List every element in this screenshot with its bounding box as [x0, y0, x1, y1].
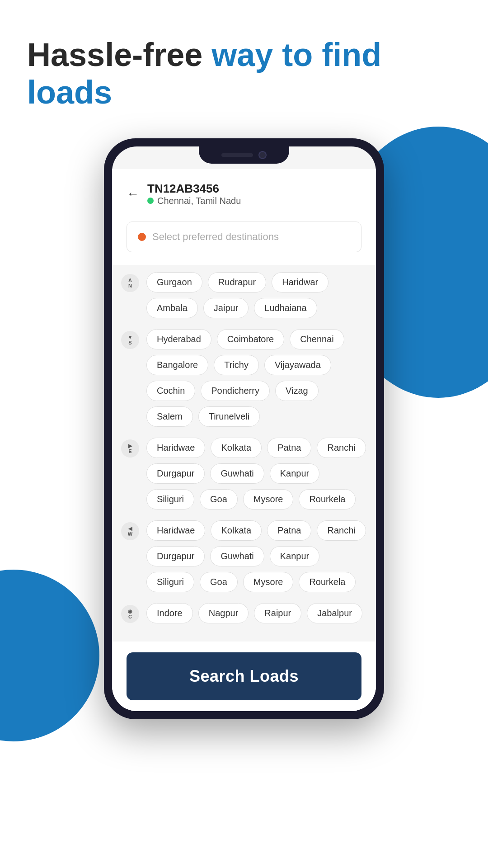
location-dot [147, 198, 154, 204]
notch-speaker [221, 153, 253, 157]
direction-icon-north: AN [121, 274, 139, 292]
direction-icon-east: ▶E [121, 439, 139, 458]
tag-haridwar[interactable]: Haridwar [272, 272, 328, 292]
tag-vizag[interactable]: Vizag [275, 381, 319, 401]
tag-nagpur[interactable]: Nagpur [198, 603, 249, 623]
direction-section-east: ▶EHaridwaeKolkataPatnaRanchiDurgapurGuwh… [121, 438, 367, 509]
tag-coimbatore[interactable]: Coimbatore [217, 329, 284, 349]
headline: Hassle-free way to find loads [27, 36, 461, 111]
tags-container-east: HaridwaeKolkataPatnaRanchiDurgapurGuwhat… [146, 438, 367, 509]
tag-patna[interactable]: Patna [267, 438, 311, 458]
tag-chennai[interactable]: Chennai [290, 329, 344, 349]
tag-ranchi[interactable]: Ranchi [317, 438, 366, 458]
direction-section-west: ◀WHaridwaeKolkataPatnaRanchiDurgapurGuwh… [121, 520, 367, 592]
vehicle-location: Chennai, Tamil Nadu [147, 196, 241, 206]
tag-haridwae[interactable]: Haridwae [146, 438, 205, 458]
direction-icon-central: ◉C [121, 605, 139, 623]
direction-header-north: ANGurgaonRudrapurHaridwarAmbalaJaipurLud… [121, 272, 367, 318]
tag-hyderabad[interactable]: Hyderabad [146, 329, 211, 349]
tag-gurgaon[interactable]: Gurgaon [146, 272, 202, 292]
tag-cochin[interactable]: Cochin [146, 381, 195, 401]
tag-patna[interactable]: Patna [267, 520, 311, 541]
search-loads-button[interactable]: Search Loads [127, 652, 361, 700]
direction-header-south: ▼SHyderabadCoimbatoreChennaiBangaloreTri… [121, 329, 367, 427]
vehicle-number: TN12AB3456 [147, 182, 241, 196]
tag-indore[interactable]: Indore [146, 603, 193, 623]
tag-vijayawada[interactable]: Vijayawada [264, 355, 331, 375]
vehicle-location-text: Chennai, Tamil Nadu [157, 196, 241, 206]
tag-rourkela[interactable]: Rourkela [299, 489, 356, 509]
tags-container-north: GurgaonRudrapurHaridwarAmbalaJaipurLudha… [146, 272, 367, 318]
tag-pondicherry[interactable]: Pondicherry [201, 381, 270, 401]
tag-durgapur[interactable]: Durgapur [146, 546, 205, 566]
direction-section-central: ◉CIndoreNagpurRaipurJabalpur [121, 603, 367, 623]
back-button[interactable]: ← [127, 187, 139, 201]
direction-icon-west: ◀W [121, 522, 139, 540]
tag-ranchi[interactable]: Ranchi [317, 520, 366, 541]
tag-raipur[interactable]: Raipur [254, 603, 301, 623]
tag-ambala[interactable]: Ambala [146, 298, 198, 318]
tag-rudrapur[interactable]: Rudrapur [208, 272, 266, 292]
tag-goa[interactable]: Goa [200, 572, 238, 592]
tag-bangalore[interactable]: Bangalore [146, 355, 208, 375]
direction-header-east: ▶EHaridwaeKolkataPatnaRanchiDurgapurGuwh… [121, 438, 367, 509]
tag-jaipur[interactable]: Jaipur [203, 298, 249, 318]
destinations-list: ANGurgaonRudrapurHaridwarAmbalaJaipurLud… [112, 265, 376, 642]
tags-container-west: HaridwaeKolkataPatnaRanchiDurgapurGuwhat… [146, 520, 367, 592]
tag-goa[interactable]: Goa [200, 489, 238, 509]
notch-camera [258, 151, 267, 159]
tags-container-central: IndoreNagpurRaipurJabalpur [146, 603, 367, 623]
tag-haridwae[interactable]: Haridwae [146, 520, 205, 541]
tag-rourkela[interactable]: Rourkela [299, 572, 356, 592]
tag-durgapur[interactable]: Durgapur [146, 463, 205, 484]
tag-tirunelveli[interactable]: Tirunelveli [198, 406, 260, 427]
phone-mockup: ← TN12AB3456 Chennai, Tamil Nadu [104, 138, 384, 719]
phone-notch [199, 146, 289, 164]
tag-ludhaiana[interactable]: Ludhaiana [254, 298, 317, 318]
tag-kanpur[interactable]: Kanpur [270, 463, 320, 484]
search-input-container: Select preferred destinations [112, 214, 376, 265]
search-loads-bar: Search Loads [112, 642, 376, 711]
tag-siliguri[interactable]: Siliguri [146, 572, 194, 592]
tag-kolkata[interactable]: Kolkata [211, 438, 262, 458]
tags-container-south: HyderabadCoimbatoreChennaiBangaloreTrich… [146, 329, 367, 427]
search-input[interactable]: Select preferred destinations [127, 222, 361, 252]
direction-icon-south: ▼S [121, 331, 139, 349]
tag-guwhati[interactable]: Guwhati [210, 546, 264, 566]
direction-section-north: ANGurgaonRudrapurHaridwarAmbalaJaipurLud… [121, 272, 367, 318]
tag-siliguri[interactable]: Siliguri [146, 489, 194, 509]
search-input-icon [138, 233, 146, 241]
headline-part1: Hassle-free [27, 37, 211, 73]
tag-guwhati[interactable]: Guwhati [210, 463, 264, 484]
direction-header-central: ◉CIndoreNagpurRaipurJabalpur [121, 603, 367, 623]
phone-header: ← TN12AB3456 Chennai, Tamil Nadu [112, 169, 376, 214]
tag-trichy[interactable]: Trichy [214, 355, 259, 375]
vehicle-info: TN12AB3456 Chennai, Tamil Nadu [147, 182, 241, 206]
phone-wrapper: ← TN12AB3456 Chennai, Tamil Nadu [27, 138, 461, 719]
tag-salem[interactable]: Salem [146, 406, 193, 427]
page-content: Hassle-free way to find loads ← TN12AB34… [0, 0, 488, 719]
direction-header-west: ◀WHaridwaeKolkataPatnaRanchiDurgapurGuwh… [121, 520, 367, 592]
tag-mysore[interactable]: Mysore [243, 572, 294, 592]
direction-section-south: ▼SHyderabadCoimbatoreChennaiBangaloreTri… [121, 329, 367, 427]
phone-screen: ← TN12AB3456 Chennai, Tamil Nadu [112, 146, 376, 711]
tag-jabalpur[interactable]: Jabalpur [307, 603, 362, 623]
tag-kolkata[interactable]: Kolkata [211, 520, 262, 541]
tag-kanpur[interactable]: Kanpur [270, 546, 320, 566]
search-input-placeholder: Select preferred destinations [152, 231, 279, 243]
tag-mysore[interactable]: Mysore [243, 489, 294, 509]
phone-inner: ← TN12AB3456 Chennai, Tamil Nadu [112, 146, 376, 711]
